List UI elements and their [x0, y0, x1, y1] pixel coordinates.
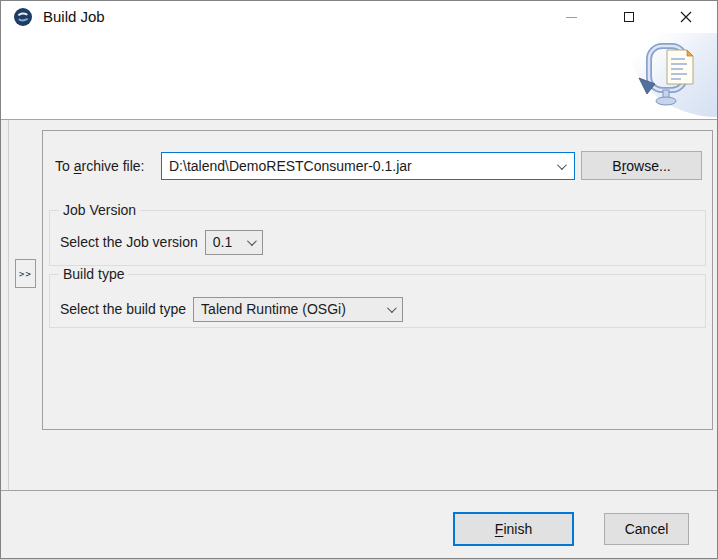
job-version-value: 0.1 [213, 234, 232, 250]
build-type-group: Build type Select the build type Talend … [49, 274, 706, 328]
browse-label-pre: B [612, 158, 621, 174]
button-bar: Finish Cancel [1, 491, 717, 559]
archive-file-value: D:\talend\DemoRESTConsumer-0.1.jar [169, 158, 412, 174]
talend-logo-icon [14, 8, 32, 26]
job-version-dropdown[interactable]: 0.1 [205, 230, 263, 255]
expand-sidebar-button[interactable]: >> [15, 259, 36, 288]
finish-button[interactable]: Finish [453, 512, 574, 546]
finish-label-mnemonic: F [495, 521, 504, 537]
collapsed-sash [8, 120, 9, 490]
minimize-icon [566, 17, 577, 18]
build-type-label: Select the build type [60, 301, 186, 317]
archive-file-combobox[interactable]: D:\talend\DemoRESTConsumer-0.1.jar [161, 152, 575, 180]
window-title: Build Job [43, 1, 105, 33]
dialog-content: >> To archive file: D:\talend\DemoRESTCo… [1, 120, 717, 490]
archive-file-label: To archive file: [55, 152, 145, 180]
build-type-dropdown[interactable]: Talend Runtime (OSGi) [193, 297, 403, 322]
title-bar: Build Job [1, 1, 717, 33]
build-job-dialog: Build Job [0, 0, 718, 559]
finish-label-post: inish [503, 521, 532, 537]
archive-label-post: rchive file: [81, 158, 144, 174]
cancel-button[interactable]: Cancel [604, 513, 689, 545]
window-controls [543, 1, 714, 33]
job-version-group-title: Job Version [59, 202, 140, 218]
build-type-value: Talend Runtime (OSGi) [201, 301, 346, 317]
maximize-button[interactable] [600, 1, 657, 33]
job-version-label: Select the Job version [60, 234, 198, 250]
chevron-down-icon[interactable] [557, 160, 567, 170]
archive-export-icon [637, 42, 701, 110]
build-type-group-title: Build type [59, 266, 128, 282]
close-icon [680, 11, 692, 23]
minimize-button[interactable] [543, 1, 600, 33]
archive-label-pre: To [55, 158, 74, 174]
wizard-banner [1, 33, 717, 119]
build-type-row: Select the build type Talend Runtime (OS… [60, 296, 403, 322]
close-button[interactable] [657, 1, 714, 33]
chevron-down-icon [387, 303, 397, 313]
browse-label-post: owse... [626, 158, 670, 174]
chevron-down-icon [247, 236, 257, 246]
job-version-group: Job Version Select the Job version 0.1 [49, 210, 706, 266]
options-panel: To archive file: D:\talend\DemoRESTConsu… [42, 130, 713, 430]
browse-button[interactable]: Browse... [581, 151, 702, 180]
maximize-icon [624, 12, 634, 22]
job-version-row: Select the Job version 0.1 [60, 229, 263, 255]
